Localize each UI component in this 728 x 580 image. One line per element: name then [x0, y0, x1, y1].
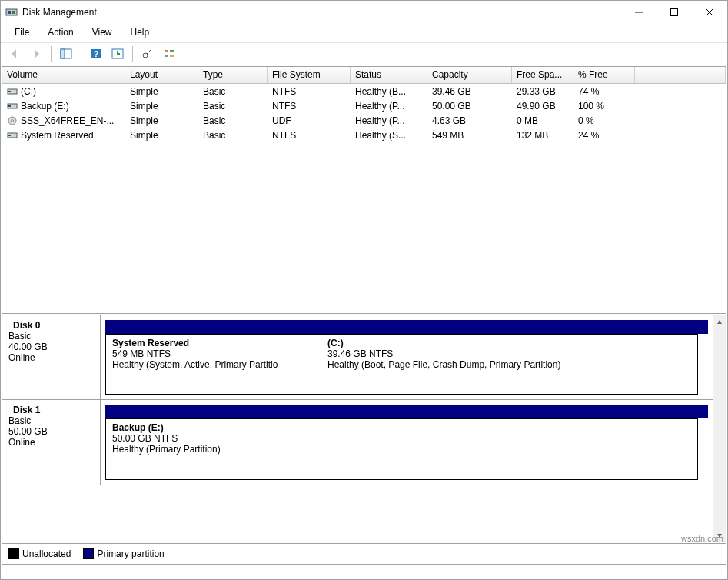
col-spacer — [635, 67, 726, 83]
toolbar: ? — [1, 43, 727, 65]
col-layout[interactable]: Layout — [125, 67, 198, 83]
forward-button[interactable] — [27, 45, 45, 62]
svg-rect-15 — [170, 50, 174, 52]
volume-row[interactable]: System ReservedSimpleBasicNTFSHealthy (S… — [2, 128, 726, 142]
col-capacity[interactable]: Capacity — [427, 67, 512, 83]
disk-row: Disk 1 Basic50.00 GBOnline Backup (E:) 5… — [2, 400, 713, 485]
legend-primary: Primary partition — [83, 548, 164, 559]
drive-icon — [7, 102, 18, 111]
menu-bar: File Action View Help — [1, 24, 727, 43]
drive-icon — [7, 131, 18, 140]
drive-icon — [7, 87, 18, 96]
show-hide-tree-button[interactable] — [57, 45, 75, 62]
col-type[interactable]: Type — [198, 67, 268, 83]
svg-point-23 — [12, 119, 14, 122]
title-bar: Disk Management — [1, 1, 727, 24]
settings-button[interactable] — [138, 45, 157, 62]
col-free-space[interactable]: Free Spa... — [512, 67, 573, 83]
svg-rect-14 — [165, 50, 168, 52]
scroll-up-icon[interactable] — [713, 315, 726, 328]
maximize-button[interactable] — [657, 1, 692, 24]
app-icon — [5, 6, 18, 18]
svg-rect-17 — [170, 55, 174, 57]
volume-row[interactable]: SSS_X64FREE_EN-...SimpleBasicUDFHealthy … — [2, 113, 726, 128]
disk-label[interactable]: Disk 1 Basic50.00 GBOnline — [2, 400, 101, 485]
toolbar-separator — [81, 46, 81, 62]
col-percent-free[interactable]: % Free — [573, 67, 635, 83]
svg-rect-19 — [8, 91, 11, 92]
minimize-button[interactable] — [621, 1, 657, 24]
svg-rect-2 — [12, 11, 15, 14]
disk-label[interactable]: Disk 0 Basic40.00 GBOnline — [2, 315, 101, 399]
col-status[interactable]: Status — [351, 67, 427, 83]
close-button[interactable] — [692, 1, 727, 24]
svg-rect-4 — [671, 9, 678, 16]
partition-header-bar — [105, 405, 708, 418]
drive-icon — [7, 116, 18, 125]
partition[interactable]: Backup (E:) 50.00 GB NTFS Healthy (Prima… — [106, 418, 698, 480]
legend: Unallocated Primary partition — [2, 543, 726, 565]
volume-list: Volume Layout Type File System Status Ca… — [2, 66, 726, 314]
legend-unallocated: Unallocated — [8, 548, 71, 559]
svg-rect-25 — [8, 135, 11, 136]
back-button[interactable] — [5, 45, 24, 62]
svg-line-13 — [147, 50, 151, 54]
disk-map: Disk 0 Basic40.00 GBOnline System Reserv… — [2, 315, 726, 542]
watermark: wsxdn.com — [681, 534, 723, 543]
svg-rect-16 — [165, 55, 168, 57]
toolbar-separator — [132, 46, 133, 62]
svg-rect-1 — [8, 11, 11, 14]
svg-rect-21 — [8, 105, 11, 107]
volume-list-header[interactable]: Volume Layout Type File System Status Ca… — [2, 67, 726, 84]
volume-row[interactable]: (C:)SimpleBasicNTFSHealthy (B...39.46 GB… — [2, 84, 726, 98]
toolbar-separator — [51, 46, 52, 62]
volume-rows: (C:)SimpleBasicNTFSHealthy (B...39.46 GB… — [2, 84, 726, 142]
col-volume[interactable]: Volume — [2, 67, 125, 83]
partition[interactable]: (C:) 39.46 GB NTFS Healthy (Boot, Page F… — [321, 334, 698, 395]
help-button[interactable]: ? — [87, 45, 105, 62]
menu-file[interactable]: File — [7, 25, 37, 39]
svg-text:?: ? — [94, 49, 99, 58]
partition[interactable]: System Reserved 549 MB NTFS Healthy (Sys… — [106, 334, 321, 395]
partition-header-bar — [105, 320, 708, 334]
svg-rect-8 — [61, 49, 65, 58]
col-filesystem[interactable]: File System — [268, 67, 351, 83]
menu-view[interactable]: View — [85, 25, 120, 39]
disk-row: Disk 0 Basic40.00 GBOnline System Reserv… — [2, 315, 713, 400]
volume-row[interactable]: Backup (E:)SimpleBasicNTFSHealthy (P...5… — [2, 98, 726, 113]
refresh-button[interactable] — [108, 45, 127, 62]
window-title: Disk Management — [22, 7, 621, 18]
menu-help[interactable]: Help — [123, 25, 158, 39]
menu-action[interactable]: Action — [40, 25, 81, 39]
list-button[interactable] — [160, 45, 178, 62]
disk-rows: Disk 0 Basic40.00 GBOnline System Reserv… — [2, 315, 713, 542]
vertical-scrollbar[interactable] — [713, 315, 726, 542]
